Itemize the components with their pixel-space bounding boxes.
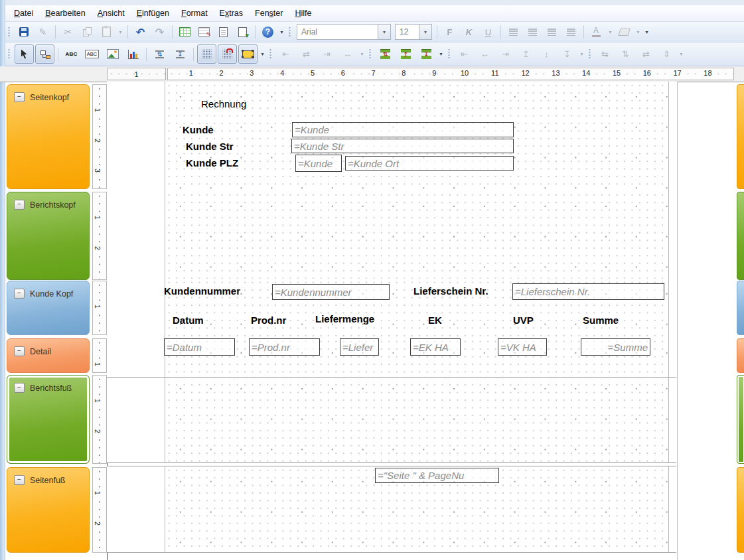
label-kunde-str[interactable]: Kunde Str [186,141,234,152]
collapse-icon[interactable]: − [14,346,25,356]
snap-to-grid-button[interactable] [218,44,237,64]
shrink-section-button[interactable]: ⇅ [150,44,169,64]
combo-dropdown-icon[interactable]: ▾ [419,25,431,39]
field-vk-ha[interactable]: =VK HA [498,338,547,356]
menu-extras[interactable]: Extras [214,7,249,20]
label-prod-nr[interactable]: Prod.nr [251,315,286,326]
field-kunde-str[interactable]: =Kunde Str [291,139,514,153]
field-ek-ha[interactable]: =EK HA [410,338,461,356]
vruler-mark-2: 2 [94,522,102,525]
section-header-kunde-kopf[interactable]: −Kunde Kopf [7,281,90,335]
field-kundennummer[interactable]: =Kundennummer [272,284,390,300]
toolbar-grip[interactable] [447,48,451,60]
toolbar-grip[interactable] [368,48,372,60]
save-button[interactable] [15,23,33,40]
size-options-dropdown-icon: ▾ [677,46,686,62]
label-rechnung[interactable]: Rechnung [201,98,246,109]
field-seite-pagenu[interactable]: ="Seite " & PageNu [375,468,499,483]
section-header-seitenkopf[interactable]: −Seitenkopf [7,84,90,189]
conditional-formatting-button[interactable] [214,23,232,40]
shrink-section-bottom-button[interactable]: ↧ [171,44,190,64]
label-liefermenge[interactable]: Liefermenge [315,313,374,324]
help-button[interactable] [259,23,277,40]
menu-ansicht[interactable]: Ansicht [92,7,131,20]
toolbar-grip[interactable] [7,48,11,60]
menu-bearbeiten[interactable]: Bearbeiten [39,7,91,20]
section-header-detail[interactable]: −Detail [7,338,90,373]
field-kunde-ort[interactable]: =Kunde Ort [345,156,514,171]
object-alignment-options-dropdown-icon: ▾ [358,46,366,62]
align-at-section-spread-button: ↔ [338,44,357,64]
distribute-top-button: ↥ [516,44,536,64]
field-lieferschein-nr[interactable]: =Lieferschein Nr. [512,283,664,300]
section-band-berichtsfuss[interactable] [107,374,676,463]
combo-dropdown-icon[interactable]: ▾ [378,25,390,39]
section-header-berichtsfuss[interactable]: −Berichtsfuß [7,375,90,464]
toolbar-grip[interactable] [288,27,292,38]
toolbar-separator [583,25,584,38]
label-ek[interactable]: EK [428,315,442,326]
label-lieferschein-nr[interactable]: Lieferschein Nr. [413,285,488,297]
align-left-icon [509,29,518,36]
menu-datei[interactable]: Datei [8,7,39,20]
label-summe[interactable]: Summe [583,315,619,326]
image-control-button[interactable] [103,44,122,64]
execute-report-button[interactable] [234,23,252,40]
ruler-margin-segment: 1 [107,68,166,80]
toolbar-grip[interactable] [588,48,592,60]
label-field-button[interactable] [62,44,81,64]
field-prod-nr[interactable]: =Prod.nr [249,338,320,356]
toolbar-grip[interactable] [7,27,11,38]
select-button[interactable] [15,44,34,64]
undo-button[interactable] [131,23,149,40]
field-datum[interactable]: =Datum [164,338,235,356]
section-header-berichtskopf[interactable]: −Berichtskopf [7,192,90,280]
snap-to-grid-icon [222,49,232,59]
toolbar-separator [55,25,56,38]
chart-button[interactable] [123,44,143,64]
collapse-icon[interactable]: − [14,92,25,102]
toolbar-overflow-2-dropdown-icon[interactable]: ▾ [642,24,651,40]
formatted-field-button[interactable] [82,44,102,64]
section-band-berichtskopf[interactable] [107,191,676,279]
label-kunde[interactable]: Kunde [183,124,214,135]
menu-format[interactable]: Format [175,7,214,20]
fit-sections-button[interactable]: ⇅ [376,44,395,64]
toolbar-grip[interactable] [269,48,273,60]
field-liefer[interactable]: =Liefer [340,338,379,356]
underline-icon [485,27,491,37]
menu-fenster[interactable]: Fenster [249,7,289,20]
vruler-mark-2: 2 [94,246,102,250]
collapse-icon[interactable]: − [14,475,25,485]
distribute-left-button: ⇤ [455,44,474,64]
distribute-center-v-icon: ↕ [544,49,549,59]
menu-hilfe[interactable]: Hilfe [289,7,317,20]
label-kundennummer[interactable]: Kundennummer [164,285,240,297]
label-uvp[interactable]: UVP [513,315,534,326]
font-size-select[interactable]: 12▾ [395,24,432,40]
ruler-mark-9: 9 [431,69,437,77]
section-header-seitenfuss[interactable]: −Seitenfuß [7,467,90,553]
section-fit-options-dropdown-icon[interactable]: ▾ [437,46,445,62]
grid-visible-button[interactable] [197,44,216,64]
toolbar-overflow-dropdown-icon[interactable]: ▾ [277,24,286,40]
field-kunde[interactable]: =Kunde [295,155,342,172]
field-kunde[interactable]: =Kunde [292,122,514,137]
table-control-button[interactable] [176,23,194,40]
grid-options-dropdown-icon[interactable]: ▾ [258,46,267,62]
ruler-mark-7: 7 [370,69,377,77]
collapse-icon[interactable]: − [14,383,25,393]
sorting-and-grouping-button[interactable] [195,23,213,40]
grow-section-button[interactable]: ↥ [396,44,415,64]
label-datum[interactable]: Datum [173,315,204,326]
add-field-button[interactable] [35,44,54,64]
font-name-select[interactable]: Arial▾ [297,24,391,40]
label-kunde-plz[interactable]: Kunde PLZ [186,157,238,169]
collapse-icon[interactable]: − [14,200,25,210]
shrink-section-fit-button[interactable]: ↧ [417,44,436,64]
helplines-while-moving-button[interactable] [238,44,258,64]
collapse-icon[interactable]: − [14,289,25,299]
vruler-mark-1: 1 [94,305,102,309]
field-summe[interactable]: =Summe [581,338,650,356]
menu-einfuegen[interactable]: Einfügen [131,7,175,20]
